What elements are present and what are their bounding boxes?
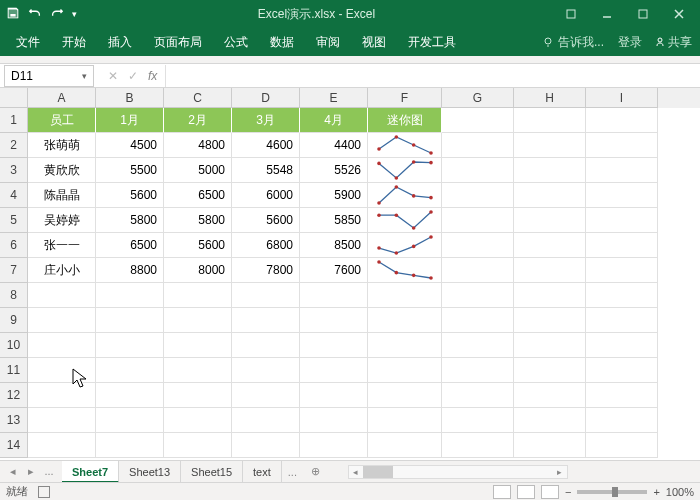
scroll-right-icon[interactable]: ▸ (553, 466, 567, 478)
cell[interactable] (442, 158, 514, 183)
employee-name-cell[interactable]: 张萌萌 (28, 133, 96, 158)
row-header[interactable]: 8 (0, 283, 28, 308)
cell[interactable] (442, 108, 514, 133)
row-header[interactable]: 13 (0, 408, 28, 433)
cell[interactable] (442, 408, 514, 433)
value-cell[interactable]: 6000 (232, 183, 300, 208)
employee-name-cell[interactable]: 黄欣欣 (28, 158, 96, 183)
row-header[interactable]: 10 (0, 333, 28, 358)
view-layout-icon[interactable] (517, 485, 535, 499)
ribbon-options-icon[interactable] (556, 4, 586, 24)
chevron-down-icon[interactable]: ▾ (82, 71, 87, 81)
sparkline-cell[interactable] (368, 208, 442, 233)
cell[interactable] (442, 233, 514, 258)
redo-icon[interactable] (50, 6, 64, 23)
cell[interactable] (164, 333, 232, 358)
tab-home[interactable]: 开始 (54, 28, 94, 56)
row-header[interactable]: 1 (0, 108, 28, 133)
value-cell[interactable]: 5900 (300, 183, 368, 208)
cell[interactable] (514, 133, 586, 158)
formula-bar[interactable] (165, 65, 700, 87)
row-header[interactable]: 3 (0, 158, 28, 183)
fx-icon[interactable]: fx (148, 69, 165, 83)
scroll-thumb[interactable] (363, 466, 393, 478)
cell[interactable] (300, 308, 368, 333)
tab-formulas[interactable]: 公式 (216, 28, 256, 56)
tab-review[interactable]: 审阅 (308, 28, 348, 56)
column-header[interactable]: B (96, 88, 164, 108)
sparkline-cell[interactable] (368, 133, 442, 158)
cell[interactable] (164, 433, 232, 458)
value-cell[interactable]: 8800 (96, 258, 164, 283)
cell[interactable] (164, 408, 232, 433)
cell[interactable] (514, 208, 586, 233)
value-cell[interactable]: 4400 (300, 133, 368, 158)
cell[interactable] (96, 408, 164, 433)
table-header-cell[interactable]: 1月 (96, 108, 164, 133)
cell[interactable] (96, 333, 164, 358)
column-header[interactable]: A (28, 88, 96, 108)
cell[interactable] (514, 308, 586, 333)
sheet-nav-more-right[interactable]: ... (282, 466, 303, 478)
value-cell[interactable]: 5600 (96, 183, 164, 208)
value-cell[interactable]: 5548 (232, 158, 300, 183)
cell[interactable] (514, 283, 586, 308)
cell[interactable] (586, 283, 658, 308)
value-cell[interactable]: 4600 (232, 133, 300, 158)
cell[interactable] (96, 358, 164, 383)
cell[interactable] (96, 433, 164, 458)
cell[interactable] (442, 383, 514, 408)
row-header[interactable]: 14 (0, 433, 28, 458)
cell[interactable] (300, 358, 368, 383)
sparkline-cell[interactable] (368, 158, 442, 183)
cell[interactable] (514, 233, 586, 258)
cell[interactable] (586, 408, 658, 433)
value-cell[interactable]: 5500 (96, 158, 164, 183)
tab-file[interactable]: 文件 (8, 28, 48, 56)
name-box[interactable]: D11 ▾ (4, 65, 94, 87)
tell-me[interactable]: 告诉我... (558, 34, 604, 51)
cell[interactable] (442, 283, 514, 308)
cell[interactable] (164, 358, 232, 383)
row-header[interactable]: 7 (0, 258, 28, 283)
cell[interactable] (514, 258, 586, 283)
row-header[interactable]: 5 (0, 208, 28, 233)
zoom-level[interactable]: 100% (666, 486, 694, 498)
table-header-cell[interactable]: 3月 (232, 108, 300, 133)
view-break-icon[interactable] (541, 485, 559, 499)
save-icon[interactable] (6, 6, 20, 23)
row-header[interactable]: 9 (0, 308, 28, 333)
zoom-in-icon[interactable]: + (653, 486, 659, 498)
minimize-icon[interactable] (592, 4, 622, 24)
employee-name-cell[interactable]: 陈晶晶 (28, 183, 96, 208)
value-cell[interactable]: 8000 (164, 258, 232, 283)
cell[interactable] (442, 133, 514, 158)
column-header[interactable]: G (442, 88, 514, 108)
cell[interactable] (514, 158, 586, 183)
row-header[interactable]: 2 (0, 133, 28, 158)
cell[interactable] (514, 358, 586, 383)
cell[interactable] (514, 333, 586, 358)
tab-layout[interactable]: 页面布局 (146, 28, 210, 56)
value-cell[interactable]: 4500 (96, 133, 164, 158)
cell[interactable] (300, 408, 368, 433)
cell[interactable] (164, 283, 232, 308)
cell[interactable] (586, 308, 658, 333)
cell[interactable] (232, 358, 300, 383)
value-cell[interactable]: 4800 (164, 133, 232, 158)
sheet-tab[interactable]: Sheet15 (181, 461, 243, 483)
cell[interactable] (96, 283, 164, 308)
column-header[interactable]: D (232, 88, 300, 108)
cell[interactable] (586, 333, 658, 358)
cell[interactable] (28, 433, 96, 458)
select-all-cell[interactable] (0, 88, 28, 108)
cell[interactable] (232, 283, 300, 308)
sheet-nav-next-icon[interactable]: ▸ (24, 465, 38, 478)
tab-insert[interactable]: 插入 (100, 28, 140, 56)
zoom-out-icon[interactable]: − (565, 486, 571, 498)
value-cell[interactable]: 6800 (232, 233, 300, 258)
cell[interactable] (28, 408, 96, 433)
cell[interactable] (442, 308, 514, 333)
cell[interactable] (586, 133, 658, 158)
value-cell[interactable]: 7800 (232, 258, 300, 283)
